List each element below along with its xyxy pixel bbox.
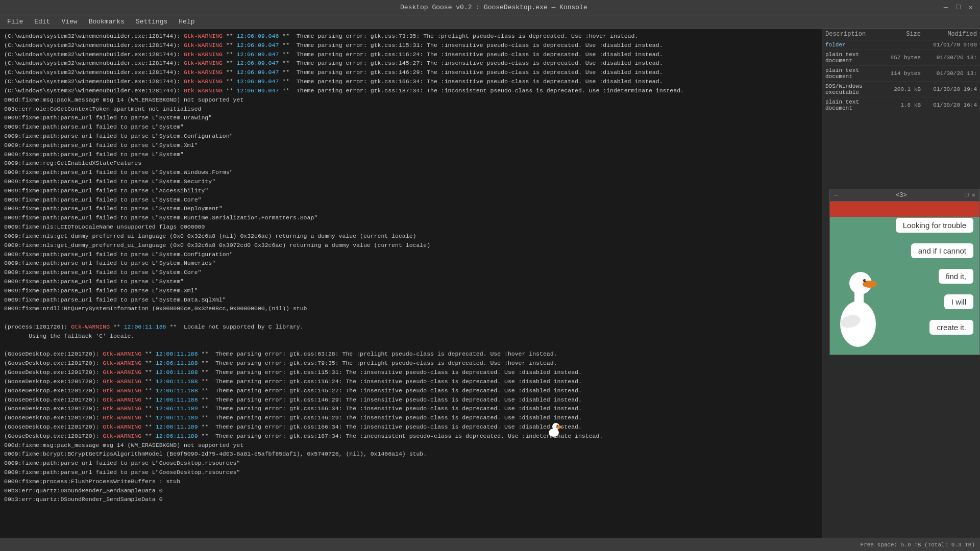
- console-line: 0009:fixme:bcrypt:BCryptGetFipsAlgorithm…: [4, 449, 818, 459]
- console-line: 0009:fixme:path:parse_url failed to pars…: [4, 286, 818, 295]
- title-bar: Desktop Goose v0.2 : GooseDesktop.exe — …: [0, 0, 980, 15]
- goose-maximize[interactable]: □: [965, 191, 969, 199]
- file-item[interactable]: plain text document114 bytes01/30/20 13:: [822, 66, 980, 82]
- console-line: (GooseDesktop.exe:1201720): Gtk-WARNING …: [4, 395, 818, 405]
- console-line: 0009:fixme:ntdll:NtQuerySystemInformatio…: [4, 304, 818, 313]
- file-modified: 01/30/20 16:4: [921, 102, 977, 108]
- console-line: 0009:fixme:path:parse_url failed to pars…: [4, 150, 818, 159]
- file-name: plain text document: [825, 99, 880, 111]
- goose-svg: [835, 253, 886, 355]
- file-name: DOS/Windows executable: [825, 83, 880, 95]
- file-item[interactable]: folder01/01/70 0:00: [822, 40, 980, 50]
- console-line: 00b3:err:quartz:DSoundRender_SendSampleD…: [4, 486, 818, 495]
- console-line: 0009:fixme:path:parse_url failed to pars…: [4, 186, 818, 195]
- menu-file[interactable]: File: [2, 17, 28, 27]
- speech-bubble-5: create it.: [929, 320, 973, 335]
- file-list: folder01/01/70 0:00plain text document95…: [822, 40, 980, 113]
- console-line: 000d:fixme:msg:pack_message msg 14 (WM_E…: [4, 441, 818, 450]
- speech-bubble-2: and if I cannot: [911, 243, 973, 258]
- console-line: (GooseDesktop.exe:1201720): Gtk-WARNING …: [4, 404, 818, 413]
- console-line: 0009:fixme:reg:GetEnabledXStateFeatures: [4, 159, 818, 168]
- console-line: (GooseDesktop.exe:1201720): Gtk-WARNING …: [4, 368, 818, 377]
- svg-point-8: [863, 279, 866, 282]
- console-line: 0009:fixme:path:parse_url failed to pars…: [4, 204, 818, 213]
- console-line: 0009:fixme:path:parse_url failed to pars…: [4, 141, 818, 150]
- console-line: 0009:fixme:path:parse_url failed to pars…: [4, 295, 818, 305]
- console-line: 0009:fixme:nls:get_dummy_preferred_ui_la…: [4, 241, 818, 250]
- console-line: 0009:fixme:path:parse_url failed to pars…: [4, 113, 818, 122]
- console-output[interactable]: (C:\windows\system32\winemenubuilder.exe…: [0, 29, 822, 538]
- menu-help[interactable]: Help: [174, 17, 200, 27]
- file-item[interactable]: DOS/Windows executable200.1 kB01/30/20 1…: [822, 82, 980, 97]
- menu-view[interactable]: View: [56, 17, 82, 27]
- console-line: (process:1201720): Gtk-WARNING ** 12:06:…: [4, 322, 818, 332]
- console-line: 0009:fixme:path:parse_url failed to pars…: [4, 213, 818, 222]
- console-line: 003c:err:ole:CoGetContextToken apartment…: [4, 105, 818, 114]
- file-modified: 01/30/20 13:: [921, 55, 977, 61]
- console-line: (C:\windows\system32\winemenubuilder.exe…: [4, 32, 818, 41]
- svg-point-0: [549, 429, 559, 437]
- window-title: Desktop Goose v0.2 : GooseDesktop.exe — …: [46, 4, 942, 11]
- console-line: 0009:fixme:nls:LCIDToLocaleName unsuppor…: [4, 222, 818, 232]
- close-button[interactable]: ✕: [967, 3, 975, 12]
- console-line: [4, 341, 818, 350]
- menu-edit[interactable]: Edit: [29, 17, 55, 27]
- speech-bubble-1: Looking for trouble: [896, 218, 973, 233]
- file-name: folder: [825, 42, 880, 48]
- goose-content: Looking for trouble and if I cannot find…: [830, 202, 979, 355]
- console-line: (C:\windows\system32\winemenubuilder.exe…: [4, 41, 818, 50]
- goose-minimize[interactable]: —: [834, 192, 838, 199]
- console-line: (C:\windows\system32\winemenubuilder.exe…: [4, 86, 818, 95]
- console-line: 0009:fixme:path:parse_url failed to pars…: [4, 195, 818, 205]
- col-size: Size: [880, 31, 921, 38]
- console-line: 0009:fixme:path:parse_url failed to pars…: [4, 177, 818, 186]
- console-line: 0009:fixme:path:parse_url failed to pars…: [4, 122, 818, 132]
- console-line: (GooseDesktop.exe:1201720): Gtk-WARNING …: [4, 422, 818, 432]
- menu-bar: File Edit View Bookmarks Settings Help: [0, 15, 980, 29]
- maximize-button[interactable]: □: [954, 3, 962, 12]
- goose-window: — <3> □ ✕ Looking for trouble and if: [829, 189, 980, 355]
- status-bar: Free space: 5.9 TB (Total: 9.3 TB): [0, 538, 980, 551]
- console-line: 00b3:err:quartz:DSoundRender_SendSampleD…: [4, 495, 818, 504]
- file-size: 114 bytes: [880, 70, 921, 77]
- menu-bookmarks[interactable]: Bookmarks: [84, 17, 130, 27]
- file-item[interactable]: plain text document1.8 kB01/30/20 16:4: [822, 97, 980, 113]
- file-modified: 01/30/20 13:: [921, 70, 977, 77]
- console-line: 0009:fixme:path:parse_url failed to pars…: [4, 250, 818, 259]
- console-line: 000d:fixme:msg:pack_message msg 14 (WM_E…: [4, 95, 818, 105]
- file-name: plain text document: [825, 67, 880, 80]
- menu-settings[interactable]: Settings: [131, 17, 173, 27]
- minimize-button[interactable]: —: [942, 3, 950, 12]
- console-line: Using the fallback 'C' locale.: [4, 332, 818, 341]
- goose-title-bar[interactable]: — <3> □ ✕: [830, 189, 979, 202]
- goose-close[interactable]: ✕: [972, 191, 975, 199]
- file-name: plain text document: [825, 52, 880, 64]
- col-description: Description: [825, 31, 880, 38]
- file-item[interactable]: plain text document957 bytes01/30/20 13:: [822, 50, 980, 66]
- console-line: (C:\windows\system32\winemenubuilder.exe…: [4, 68, 818, 77]
- console-line: 0009:fixme:path:parse_url failed to pars…: [4, 468, 818, 477]
- file-modified: 01/30/20 19:4: [921, 86, 977, 92]
- console-line: 0009:fixme:path:parse_url failed to pars…: [4, 168, 818, 177]
- console-line: (GooseDesktop.exe:1201720): Gtk-WARNING …: [4, 413, 818, 422]
- console-line: 0009:fixme:path:parse_url failed to pars…: [4, 277, 818, 286]
- goose-red-area: [830, 202, 979, 217]
- col-modified: Modified: [921, 31, 977, 38]
- console-line: (C:\windows\system32\winemenubuilder.exe…: [4, 50, 818, 59]
- goose-cursor: [544, 418, 564, 439]
- status-text: Free space: 5.9 TB (Total: 9.3 TB): [861, 542, 975, 548]
- file-size: 1.8 kB: [880, 102, 921, 108]
- console-line: (GooseDesktop.exe:1201720): Gtk-WARNING …: [4, 432, 818, 441]
- window-controls[interactable]: — □ ✕: [942, 3, 975, 12]
- console-line: 0009:fixme:nls:get_dummy_preferred_ui_la…: [4, 232, 818, 241]
- console-line: 0009:fixme:path:parse_url failed to pars…: [4, 132, 818, 141]
- console-line: (GooseDesktop.exe:1201720): Gtk-WARNING …: [4, 359, 818, 368]
- file-manager-header: Description Size Modified: [822, 29, 980, 40]
- console-line: (C:\windows\system32\winemenubuilder.exe…: [4, 77, 818, 86]
- console-line: [4, 313, 818, 322]
- svg-point-3: [557, 425, 558, 427]
- file-modified: 01/01/70 0:00: [921, 42, 977, 48]
- console-line: (GooseDesktop.exe:1201720): Gtk-WARNING …: [4, 377, 818, 386]
- speech-bubble-3: find it,: [939, 269, 973, 284]
- goose-window-title: <3>: [838, 192, 965, 199]
